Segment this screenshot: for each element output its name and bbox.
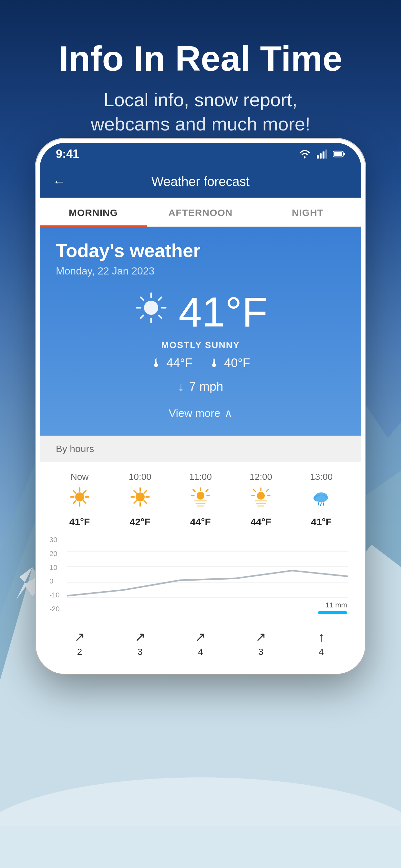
wind-speed-3: 3	[258, 647, 264, 657]
tab-afternoon[interactable]: AFTERNOON	[147, 197, 254, 226]
status-time: 9:41	[56, 147, 79, 161]
wind-arrow-3: ↗	[255, 629, 266, 644]
y-label-minus10: -10	[50, 591, 66, 599]
hour-temp-0: 41°F	[69, 516, 90, 527]
hour-time-4: 13:00	[310, 472, 333, 482]
svg-line-44	[134, 501, 136, 503]
hour-icon-0	[69, 487, 90, 512]
y-label-20: 20	[50, 550, 66, 558]
wind-col-1: ↗ 3	[113, 629, 167, 657]
svg-line-56	[253, 490, 255, 492]
sun-icon-large	[133, 290, 169, 334]
wind-col-0: ↗ 2	[52, 629, 106, 657]
promo-subtitle: Local info, snow report,webcams and much…	[26, 88, 375, 136]
hour-temp-4: 41°F	[311, 516, 332, 527]
temperature-value: 41°F	[179, 291, 268, 333]
temp-chart: 30 20 10 0 -10 -20	[50, 532, 351, 623]
hour-col-2: 11:00	[174, 472, 227, 527]
temp-range: 🌡 44°F 🌡 40°F	[56, 356, 345, 370]
battery-icon	[333, 151, 345, 158]
tab-night[interactable]: NIGHT	[254, 197, 361, 226]
svg-line-69	[323, 503, 324, 505]
hour-col-1: 10:00	[113, 472, 167, 527]
svg-line-68	[320, 503, 321, 505]
svg-point-36	[135, 492, 145, 501]
weather-date: Monday, 22 Jan 2023	[56, 265, 345, 277]
y-axis-labels: 30 20 10 0 -10 -20	[50, 536, 66, 613]
precip-indicator: 11 mm	[318, 601, 347, 614]
temp-high-value: 44°F	[166, 356, 192, 370]
svg-rect-14	[326, 150, 327, 159]
hour-temp-2: 44°F	[190, 516, 211, 527]
wind-dir-row: ↗ 2 ↗ 3 ↗ 4 ↗ 3	[50, 629, 351, 657]
wind-speed-value: 7 mph	[189, 380, 223, 394]
temp-low-item: 🌡 40°F	[209, 356, 250, 370]
svg-line-26	[141, 315, 143, 318]
svg-line-47	[193, 490, 195, 492]
svg-line-35	[73, 501, 76, 503]
chart-svg	[67, 536, 348, 613]
temp-main: 41°F	[56, 290, 345, 334]
svg-point-10	[304, 157, 306, 158]
wind-arrow-2: ↗	[195, 629, 206, 644]
by-hours-label: By hours	[56, 443, 94, 454]
y-label-0: 0	[50, 577, 66, 585]
view-more-button[interactable]: View more ∧	[56, 407, 345, 420]
y-label-10: 10	[50, 563, 66, 572]
hour-icon-2	[190, 487, 211, 512]
view-more-chevron: ∧	[224, 407, 233, 420]
y-label-minus20: -20	[50, 605, 66, 613]
hour-time-3: 12:00	[250, 472, 272, 482]
svg-point-18	[144, 301, 158, 315]
wind-speed-0: 2	[77, 647, 82, 657]
wind-arrow-4: ↑	[318, 630, 325, 644]
hour-icon-4	[311, 487, 332, 512]
svg-point-45	[197, 492, 204, 500]
wifi-icon	[299, 150, 311, 159]
tab-morning[interactable]: MORNING	[40, 197, 147, 226]
svg-line-41	[134, 491, 136, 493]
svg-line-42	[144, 501, 146, 503]
svg-line-57	[266, 490, 268, 492]
weather-condition: MOSTLY SUNNY	[56, 340, 345, 350]
svg-line-43	[144, 491, 146, 493]
tabs-bar: MORNING AFTERNOON NIGHT	[40, 197, 361, 227]
phone-frame: 9:41	[36, 139, 365, 674]
svg-rect-11	[317, 155, 319, 159]
svg-line-33	[84, 501, 86, 503]
signal-icon	[317, 150, 327, 159]
weather-title: Today's weather	[56, 240, 345, 261]
wind-arrow-icon: ↓	[178, 380, 184, 394]
thermo-low-icon: 🌡	[209, 356, 220, 370]
wind-speed-1: 3	[137, 647, 143, 657]
svg-line-48	[206, 490, 208, 492]
app-header: ← Weather forecast	[40, 165, 361, 197]
temp-low-value: 40°F	[224, 356, 250, 370]
thermo-high-icon: 🌡	[151, 356, 162, 370]
y-label-30: 30	[50, 536, 66, 544]
svg-rect-12	[320, 153, 321, 159]
svg-line-34	[84, 491, 86, 493]
status-icons	[299, 150, 345, 159]
wind-col-3: ↗ 3	[234, 629, 288, 657]
phone-mockup: 9:41	[36, 139, 365, 674]
svg-point-54	[257, 492, 265, 500]
hour-icon-3	[251, 487, 271, 512]
svg-line-25	[159, 298, 161, 300]
promo-title: Info In Real Time	[26, 39, 375, 78]
hour-col-3: 12:00	[234, 472, 288, 527]
svg-point-66	[315, 496, 327, 502]
wind-direction-section: ↗ 2 ↗ 3 ↗ 4 ↗ 3	[40, 623, 361, 670]
hour-icon-1	[130, 487, 150, 512]
svg-rect-16	[343, 153, 345, 155]
hour-col-4: 13:00	[294, 472, 348, 527]
svg-line-32	[73, 491, 76, 493]
wind-speed-4: 4	[319, 647, 324, 657]
hour-temp-3: 44°F	[251, 516, 271, 527]
hourly-section: Now	[40, 462, 361, 623]
status-bar: 9:41	[40, 143, 361, 165]
temp-high-item: 🌡 44°F	[151, 356, 192, 370]
svg-line-67	[318, 503, 319, 505]
svg-rect-13	[322, 151, 325, 159]
back-button[interactable]: ←	[53, 175, 66, 189]
